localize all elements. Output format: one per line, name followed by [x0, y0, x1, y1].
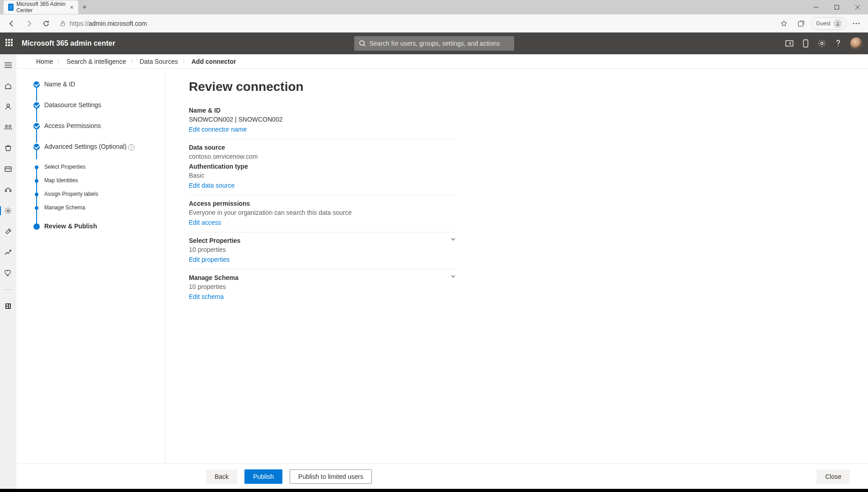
step-datasource[interactable]: Datasource Settings — [33, 101, 154, 122]
expand-toggle[interactable] — [450, 273, 456, 279]
step-access[interactable]: Access Permissions — [33, 122, 154, 143]
edit-access-link[interactable]: Edit access — [189, 219, 221, 226]
step-map-identities[interactable]: Map Identities — [33, 177, 154, 191]
step-dot-icon — [35, 179, 38, 183]
guest-label: Guest — [816, 20, 830, 27]
mobile-icon[interactable] — [801, 39, 810, 48]
shell-notifications-icon[interactable] — [785, 39, 794, 48]
review-section-schema: Manage Schema 10 properties Edit schema — [189, 270, 456, 306]
review-section-access: Access permissions Everyone in your orga… — [189, 195, 456, 232]
nav-home-icon[interactable] — [0, 80, 16, 92]
nav-settings-icon[interactable] — [0, 204, 16, 217]
svg-point-7 — [853, 23, 854, 24]
browser-tab[interactable]: Microsoft 365 Admin Center × — [4, 0, 78, 14]
favorites-icon[interactable] — [777, 16, 791, 31]
url-text: https://admin.microsoft.com — [70, 20, 147, 27]
nav-support-icon[interactable] — [0, 184, 16, 196]
step-advanced[interactable]: Advanced Settings (Optional)i — [33, 143, 154, 164]
svg-rect-4 — [61, 23, 65, 26]
nav-health-icon[interactable] — [0, 267, 16, 279]
svg-rect-22 — [5, 167, 11, 171]
nav-users-icon[interactable] — [0, 100, 16, 113]
wizard-stepper: Name & ID Datasource Settings Access Per… — [16, 69, 165, 464]
browser-forward-button[interactable] — [22, 16, 36, 31]
step-assign-labels[interactable]: Assign Property labels — [33, 191, 154, 204]
step-name-id[interactable]: Name & ID — [33, 80, 154, 101]
review-section-select-properties: Select Properties 10 properties Edit pro… — [189, 232, 456, 270]
browser-refresh-button[interactable] — [39, 16, 53, 31]
wizard-footer: Back Publish Publish to limited users Cl… — [16, 464, 868, 489]
review-section-datasource: Data source contoso.servicenow.com Authe… — [189, 139, 456, 195]
browser-url-field[interactable]: https://admin.microsoft.com — [60, 20, 147, 27]
nav-setup-icon[interactable] — [0, 225, 16, 238]
profile-button[interactable]: Guest — [811, 17, 846, 30]
section-label: Select Properties — [189, 237, 456, 244]
edit-connector-name-link[interactable]: Edit connector name — [189, 126, 247, 133]
svg-point-19 — [7, 104, 9, 107]
collections-icon[interactable] — [794, 16, 808, 31]
svg-point-8 — [856, 23, 857, 24]
step-complete-icon — [33, 102, 40, 109]
svg-rect-13 — [803, 40, 808, 47]
tab-title: Microsoft 365 Admin Center — [16, 1, 67, 14]
close-tab-icon[interactable]: × — [70, 4, 74, 11]
step-select-properties[interactable]: Select Properties — [33, 164, 154, 177]
svg-point-10 — [360, 41, 364, 45]
breadcrumb-search[interactable]: Search & intelligence — [66, 58, 126, 65]
step-manage-schema[interactable]: Manage Schema — [33, 204, 154, 218]
edit-properties-link[interactable]: Edit properties — [189, 256, 230, 263]
publish-limited-button[interactable]: Publish to limited users — [290, 469, 372, 484]
breadcrumb-datasources[interactable]: Data Sources — [140, 58, 178, 65]
section-value: Basic — [189, 172, 456, 179]
section-label: Access permissions — [189, 200, 456, 207]
expand-toggle[interactable] — [450, 236, 456, 242]
browser-menu-button[interactable] — [849, 16, 863, 31]
svg-rect-25 — [9, 190, 11, 192]
nav-toggle-button[interactable] — [0, 59, 16, 71]
svg-point-20 — [5, 125, 7, 128]
new-tab-button[interactable]: + — [78, 1, 91, 14]
window-minimize-button[interactable] — [806, 0, 826, 14]
help-icon[interactable] — [834, 39, 843, 48]
chevron-right-icon: 〉 — [183, 58, 187, 65]
app-launcher-icon[interactable] — [5, 39, 14, 48]
settings-gear-icon[interactable] — [817, 39, 826, 48]
review-panel: Review connection Name & ID SNOWCON002 |… — [165, 69, 868, 464]
breadcrumb: Home 〉 Search & intelligence 〉 Data Sour… — [16, 54, 868, 69]
breadcrumb-home[interactable]: Home — [36, 58, 53, 65]
step-review-publish[interactable]: Review & Publish — [33, 222, 154, 243]
nav-reports-icon[interactable] — [0, 246, 16, 259]
left-nav-rail — [0, 54, 16, 489]
back-button[interactable]: Back — [206, 469, 237, 484]
review-section-name-id: Name & ID SNOWCON002 | SNOWCON002 Edit c… — [189, 102, 456, 139]
page-title: Review connection — [189, 80, 850, 94]
window-maximize-button[interactable] — [826, 0, 847, 14]
nav-roles-icon[interactable] — [0, 142, 16, 155]
svg-line-11 — [364, 45, 365, 46]
svg-rect-30 — [9, 304, 10, 308]
section-value: SNOWCON002 | SNOWCON002 — [189, 116, 456, 123]
global-search[interactable] — [354, 36, 514, 51]
section-label: Data source — [189, 144, 456, 151]
suite-header: Microsoft 365 admin center — [0, 33, 868, 54]
edit-schema-link[interactable]: Edit schema — [189, 293, 224, 300]
step-complete-icon — [33, 123, 40, 129]
svg-point-15 — [838, 45, 839, 46]
publish-button[interactable]: Publish — [244, 469, 282, 484]
favicon-icon — [8, 4, 14, 11]
browser-address-bar: https://admin.microsoft.com Guest — [0, 14, 868, 33]
taskbar — [0, 489, 868, 492]
nav-separator — [4, 289, 13, 290]
info-icon[interactable]: i — [128, 144, 135, 151]
step-dot-icon — [35, 166, 38, 169]
svg-rect-24 — [5, 190, 6, 192]
nav-billing-icon[interactable] — [0, 163, 16, 175]
close-button[interactable]: Close — [816, 469, 850, 484]
search-input[interactable] — [370, 40, 510, 47]
window-close-button[interactable] — [847, 0, 868, 14]
nav-groups-icon[interactable] — [0, 121, 16, 134]
edit-datasource-link[interactable]: Edit data source — [189, 182, 235, 189]
user-avatar[interactable] — [850, 37, 863, 50]
nav-admin-centers-icon[interactable] — [0, 300, 16, 312]
browser-back-button[interactable] — [5, 16, 19, 31]
